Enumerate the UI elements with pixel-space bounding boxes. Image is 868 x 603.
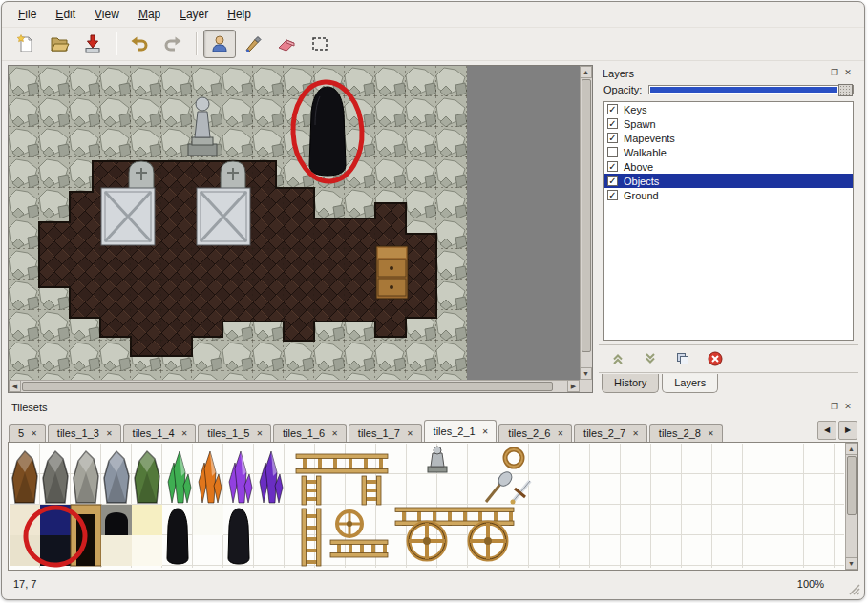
main-toolbar [2,27,864,61]
close-panel-icon[interactable]: ✕ [841,67,855,79]
tileset-tab[interactable]: tiles_2_7 ✕ [574,424,647,442]
tileset-tab[interactable]: tiles_1_3 ✕ [48,424,121,442]
map-vertical-scrollbar[interactable]: ▲ ▼ [580,66,592,380]
tileset-tab[interactable]: 5 ✕ [9,424,46,442]
scroll-down-button[interactable]: ▼ [845,557,857,570]
tab-scroll-left-button[interactable]: ◀ [817,421,836,440]
map-empty-area [467,66,580,380]
layer-checkbox[interactable]: ✓ [607,118,618,129]
redo-button[interactable] [157,30,189,58]
opacity-slider-fill [650,87,837,93]
layer-row-above[interactable]: ✓ Above [604,159,853,174]
layer-checkbox[interactable]: ✓ [607,190,618,200]
layers-panel-title: Layers [603,68,828,79]
dock-tab-bar: History Layers [599,373,858,393]
tileset-canvas[interactable] [10,444,844,568]
tab-close-icon[interactable]: ✕ [481,426,490,437]
lower-layer-button[interactable] [639,349,662,368]
resize-grip[interactable] [847,582,860,595]
tab-close-icon[interactable]: ✕ [556,428,564,439]
rect-select-tool-button[interactable] [304,30,336,58]
delete-layer-button[interactable] [704,349,727,368]
tab-close-icon[interactable]: ✕ [707,428,715,439]
layer-row-mapevents[interactable]: ✓ Mapevents [604,131,853,145]
tab-close-icon[interactable]: ✕ [330,428,339,439]
open-folder-icon [49,33,70,54]
opacity-row: Opacity: [599,81,858,97]
float-panel-icon[interactable]: ❐ [828,67,841,79]
layer-label: Walkable [624,147,667,158]
toolbar-separator [196,32,198,55]
tab-layers[interactable]: Layers [662,374,718,393]
duplicate-layer-button[interactable] [671,349,694,368]
layer-checkbox[interactable]: ✓ [607,161,618,172]
tileset-tab[interactable]: tiles_1_6 ✕ [273,424,347,442]
layer-toolbar [599,344,858,373]
layer-checkbox[interactable]: ✓ [607,133,618,143]
scroll-right-button[interactable]: ▶ [567,380,580,392]
layer-row-keys[interactable]: ✓ Keys [604,102,853,116]
raise-layer-button[interactable] [606,349,629,368]
tileset-tab[interactable]: tiles_1_5 ✕ [198,424,271,442]
menu-help[interactable]: Help [219,6,260,27]
scrollbar-thumb[interactable] [582,79,591,352]
scroll-up-button[interactable]: ▲ [845,443,857,455]
tab-close-icon[interactable]: ✕ [255,428,264,439]
layer-checkbox[interactable] [607,147,618,157]
map-horizontal-scrollbar[interactable]: ◀ ▶ [9,380,580,392]
status-bar: 17, 7 100% [2,571,864,599]
tab-history[interactable]: History [602,374,659,393]
layer-row-spawn[interactable]: ✓ Spawn [604,116,853,131]
layer-row-objects[interactable]: ✓ Objects [604,174,853,188]
scrollbar-thumb[interactable] [22,382,553,391]
float-panel-icon[interactable]: ❐ [828,401,841,413]
layer-label: Above [624,161,653,173]
menu-layer[interactable]: Layer [171,6,217,27]
crypt-door [197,188,250,245]
opacity-slider[interactable] [648,85,854,94]
close-panel-icon[interactable]: ✕ [841,401,855,413]
fill-tool-button[interactable] [237,30,269,58]
tileset-vertical-scrollbar[interactable]: ▲ ▼ [845,443,857,570]
tileset-viewport: ▲ ▼ [8,442,858,571]
tileset-tab[interactable]: tiles_2_8 ✕ [649,424,723,442]
tileset-tab[interactable]: tiles_1_7 ✕ [349,424,422,442]
tab-scroll-right-button[interactable]: ▶ [838,421,857,440]
tab-label: tiles_1_3 [57,427,99,439]
opacity-label: Opacity: [603,84,642,95]
tab-close-icon[interactable]: ✕ [406,428,414,439]
tileset-tab-active[interactable]: tiles_2_1 ✕ [424,420,498,442]
scroll-up-button[interactable]: ▲ [580,66,592,78]
tab-close-icon[interactable]: ✕ [180,428,189,439]
open-map-button[interactable] [43,30,75,58]
layer-label: Objects [624,176,659,187]
save-map-button[interactable] [76,30,109,58]
tab-close-icon[interactable]: ✕ [30,428,38,439]
layer-checkbox[interactable]: ✓ [607,104,618,114]
menu-map[interactable]: Map [130,6,169,27]
stamp-tool-button[interactable] [203,30,236,58]
scroll-left-button[interactable]: ◀ [9,380,21,392]
scrollbar-thumb[interactable] [847,456,857,515]
tab-close-icon[interactable]: ✕ [631,428,640,439]
tileset-tab[interactable]: tiles_2_6 ✕ [498,424,572,442]
opacity-slider-handle[interactable] [838,84,853,96]
tileset-tab[interactable]: tiles_1_4 ✕ [123,424,197,442]
menu-bar: File Edit View Map Layer Help [2,2,864,27]
scroll-down-button[interactable]: ▼ [580,367,592,380]
menu-edit[interactable]: Edit [47,6,84,27]
tab-close-icon[interactable]: ✕ [105,428,114,439]
eraser-tool-button[interactable] [270,30,303,58]
menu-view[interactable]: View [86,6,128,27]
new-map-button[interactable] [10,30,42,58]
layer-row-walkable[interactable]: Walkable [604,145,853,159]
layer-checkbox[interactable]: ✓ [607,176,618,186]
selection-rect-icon [309,33,330,54]
tab-label: tiles_1_4 [133,427,175,439]
menu-file[interactable]: File [10,6,45,27]
map-canvas[interactable] [9,66,580,380]
undo-button[interactable] [123,30,156,58]
layer-row-ground[interactable]: ✓ Ground [604,188,853,202]
new-file-icon [15,33,36,54]
app-window: File Edit View Map Layer Help [1,1,865,600]
